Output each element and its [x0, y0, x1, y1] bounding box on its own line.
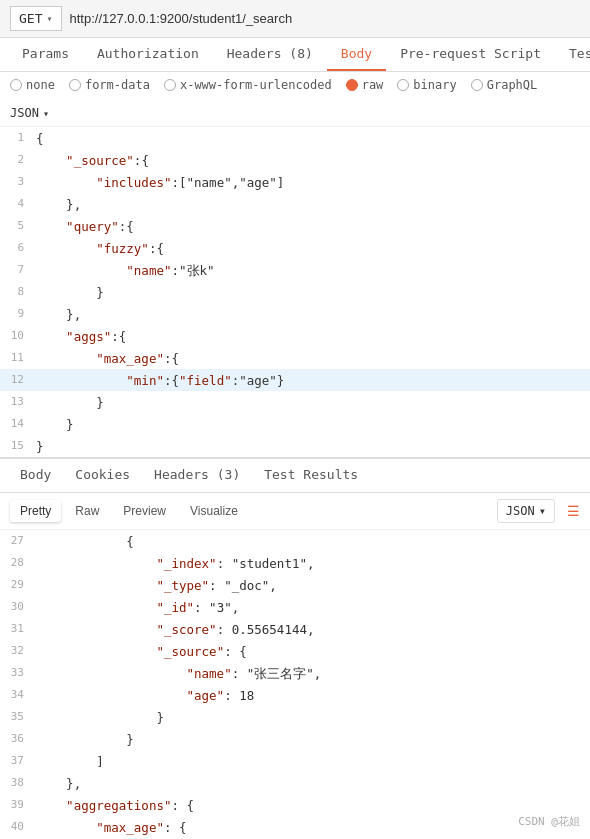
line-content: },	[32, 772, 590, 794]
label-raw: raw	[362, 78, 384, 92]
line-content: "age": 18	[32, 684, 590, 706]
line-number: 6	[0, 237, 32, 257]
resp-visualize-btn[interactable]: Visualize	[180, 500, 248, 522]
request-code-editor[interactable]: 1{2 "_source":{3 "includes":["name","age…	[0, 127, 590, 458]
line-content: },	[32, 193, 590, 215]
line-number: 32	[0, 640, 32, 660]
tab-params[interactable]: Params	[8, 38, 83, 71]
line-number: 11	[0, 347, 32, 367]
radio-none	[10, 79, 22, 91]
line-content: "fuzzy":{	[32, 237, 590, 259]
code-line-12: 12 "min":{"field":"age"}	[0, 369, 590, 391]
response-code-area: 27 {28 "_index": "student1",29 "_type": …	[0, 530, 590, 839]
line-content: "query":{	[32, 215, 590, 237]
line-content: }	[32, 435, 590, 457]
line-content: "_index": "student1",	[32, 552, 590, 574]
code-line-36: 36 }	[0, 728, 590, 750]
radio-urlencoded	[164, 79, 176, 91]
code-line-27: 27 {	[0, 530, 590, 552]
json-arrow: ▾	[43, 108, 49, 119]
body-type-raw[interactable]: raw	[346, 78, 384, 92]
line-number: 8	[0, 281, 32, 301]
line-content: }	[32, 728, 590, 750]
line-number: 35	[0, 706, 32, 726]
line-content: "max_age":{	[32, 347, 590, 369]
radio-binary	[397, 79, 409, 91]
body-type-graphql[interactable]: GraphQL	[471, 78, 538, 92]
line-number: 2	[0, 149, 32, 169]
code-line-13: 13 }	[0, 391, 590, 413]
method-chevron: ▾	[46, 13, 52, 24]
tab-authorization[interactable]: Authorization	[83, 38, 213, 71]
code-line-10: 10 "aggs":{	[0, 325, 590, 347]
line-content: },	[32, 303, 590, 325]
line-number: 5	[0, 215, 32, 235]
body-type-urlencoded[interactable]: x-www-form-urlencoded	[164, 78, 332, 92]
line-content: "_type": "_doc",	[32, 574, 590, 596]
tab-tests[interactable]: Tests	[555, 38, 590, 71]
tab-body[interactable]: Body	[327, 38, 386, 71]
code-line-40: 40 "max_age": {	[0, 816, 590, 838]
top-tab-bar: Params Authorization Headers (8) Body Pr…	[0, 38, 590, 72]
line-number: 27	[0, 530, 32, 550]
code-line-15: 15}	[0, 435, 590, 457]
resp-tab-body[interactable]: Body	[8, 459, 63, 492]
tab-headers[interactable]: Headers (8)	[213, 38, 327, 71]
line-content: }	[32, 391, 590, 413]
radio-raw	[346, 79, 358, 91]
label-form-data: form-data	[85, 78, 150, 92]
resp-format-selector[interactable]: JSON ▾	[497, 499, 555, 523]
line-content: "_score": 0.55654144,	[32, 618, 590, 640]
watermark: CSDN @花姐	[518, 814, 580, 829]
code-line-32: 32 "_source": {	[0, 640, 590, 662]
url-bar: GET ▾	[0, 0, 590, 38]
radio-form-data	[69, 79, 81, 91]
code-line-37: 37 ]	[0, 750, 590, 772]
tab-pre-request[interactable]: Pre-request Script	[386, 38, 555, 71]
code-line-29: 29 "_type": "_doc",	[0, 574, 590, 596]
label-binary: binary	[413, 78, 456, 92]
line-content: }	[32, 413, 590, 435]
json-label: JSON	[10, 106, 39, 120]
line-number: 10	[0, 325, 32, 345]
filter-icon[interactable]: ☰	[567, 503, 580, 519]
resp-raw-btn[interactable]: Raw	[65, 500, 109, 522]
line-number: 28	[0, 552, 32, 572]
line-number: 14	[0, 413, 32, 433]
url-input[interactable]	[70, 11, 580, 26]
line-content: "_source":{	[32, 149, 590, 171]
line-number: 39	[0, 794, 32, 814]
line-content: "min":{"field":"age"}	[32, 369, 590, 391]
method-label: GET	[19, 11, 42, 26]
radio-graphql	[471, 79, 483, 91]
code-line-3: 3 "includes":["name","age"]	[0, 171, 590, 193]
resp-pretty-btn[interactable]: Pretty	[10, 500, 61, 522]
line-content: {	[32, 127, 590, 149]
line-number: 31	[0, 618, 32, 638]
resp-tab-test-results[interactable]: Test Results	[252, 459, 370, 492]
json-format-selector[interactable]: JSON ▾	[10, 106, 49, 120]
line-number: 7	[0, 259, 32, 279]
line-number: 13	[0, 391, 32, 411]
response-toolbar: Pretty Raw Preview Visualize JSON ▾ ☰	[0, 493, 590, 530]
line-content: ]	[32, 750, 590, 772]
line-number: 29	[0, 574, 32, 594]
line-number: 3	[0, 171, 32, 191]
body-type-binary[interactable]: binary	[397, 78, 456, 92]
line-content: "_source": {	[32, 640, 590, 662]
code-line-7: 7 "name":"张k"	[0, 259, 590, 281]
line-number: 33	[0, 662, 32, 682]
label-graphql: GraphQL	[487, 78, 538, 92]
resp-tab-headers[interactable]: Headers (3)	[142, 459, 252, 492]
line-number: 40	[0, 816, 32, 836]
method-select[interactable]: GET ▾	[10, 6, 62, 31]
code-line-8: 8 }	[0, 281, 590, 303]
body-type-form-data[interactable]: form-data	[69, 78, 150, 92]
resp-preview-btn[interactable]: Preview	[113, 500, 176, 522]
code-line-1: 1{	[0, 127, 590, 149]
resp-tab-cookies[interactable]: Cookies	[63, 459, 142, 492]
line-content: {	[32, 530, 590, 552]
line-number: 36	[0, 728, 32, 748]
resp-format-arrow: ▾	[539, 504, 546, 518]
body-type-none[interactable]: none	[10, 78, 55, 92]
